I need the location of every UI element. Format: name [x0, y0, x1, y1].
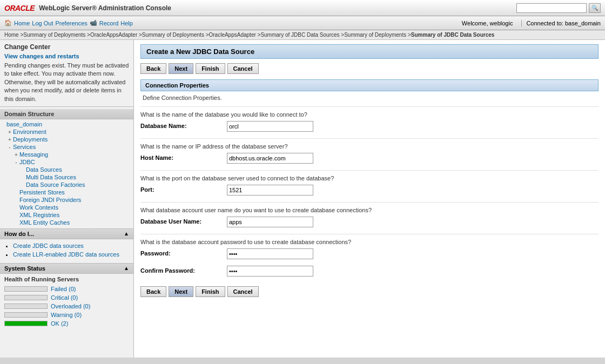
- label-db-name: Database Name:: [140, 121, 227, 129]
- status-label-warning[interactable]: Warning (0): [51, 312, 82, 318]
- status-label-ok[interactable]: OK (2): [51, 320, 68, 327]
- input-host-name[interactable]: [227, 153, 313, 164]
- tree-item-xml-registries[interactable]: XML Registries: [0, 211, 133, 219]
- change-center: Change Center View changes and restarts …: [0, 40, 133, 107]
- connected-text: Connected to: base_domain: [521, 20, 601, 26]
- form-row-db-user: Database User Name:: [140, 217, 599, 232]
- form-row-confirm-password: Confirm Password:: [140, 266, 599, 281]
- question-db-user: What database account user name do you w…: [140, 202, 599, 213]
- tree-item-data-source-factories[interactable]: Data Source Factories: [0, 181, 133, 188]
- tree-item-persistent-stores[interactable]: Persistent Stores: [0, 188, 133, 196]
- nav-logout[interactable]: Log Out: [32, 20, 53, 26]
- section-header: Connection Properties: [140, 79, 599, 91]
- status-row-critical: Critical (0): [0, 293, 133, 302]
- question-db-name: What is the name of the database you wou…: [140, 106, 599, 118]
- finish-button-bottom[interactable]: Finish: [196, 286, 225, 297]
- oracle-text: ORACLE: [4, 4, 35, 12]
- form-row-port: Port:: [140, 185, 599, 200]
- home-icon: 🏠: [4, 19, 12, 26]
- tree-item-work-contexts[interactable]: Work Contexts: [0, 204, 133, 211]
- how-do-i-item-1[interactable]: Create JDBC data sources: [13, 242, 129, 249]
- input-db-name[interactable]: [227, 121, 313, 132]
- status-row-overloaded: Overloaded (0): [0, 302, 133, 311]
- system-status-collapse[interactable]: ▲: [124, 265, 129, 271]
- nav-help[interactable]: Help: [120, 20, 133, 26]
- tree-item-jdbc[interactable]: -JDBC: [0, 158, 133, 166]
- label-db-user: Database User Name:: [140, 217, 227, 225]
- question-password: What is the database account password to…: [140, 234, 599, 245]
- breadcrumb: Home >Summary of Deployments >OracleApps…: [0, 30, 605, 40]
- tree-item-messaging[interactable]: +Messaging: [0, 151, 133, 158]
- topbar: ORACLE WebLogic Server® Administration C…: [0, 0, 605, 16]
- how-do-i-collapse[interactable]: ▲: [124, 231, 129, 237]
- system-status-panel: System Status ▲ Health of Running Server…: [0, 264, 133, 358]
- nav-record[interactable]: Record: [99, 20, 118, 26]
- status-label-overloaded[interactable]: Overloaded (0): [51, 303, 90, 309]
- back-button-bottom[interactable]: Back: [140, 286, 166, 297]
- form-row-db-name: Database Name:: [140, 121, 599, 136]
- record-icon: 📹: [90, 19, 97, 26]
- search-input[interactable]: [516, 3, 587, 13]
- status-label-critical[interactable]: Critical (0): [51, 294, 78, 301]
- input-confirm-password[interactable]: [227, 266, 313, 277]
- sidebar-item-services[interactable]: -Services: [0, 143, 133, 151]
- question-port: What is the port on the database server …: [140, 170, 599, 181]
- form-row-password: Password:: [140, 248, 599, 264]
- how-do-i-content: Create JDBC data sources Create LLR-enab…: [0, 239, 133, 263]
- how-do-i-panel: How do I... ▲ Create JDBC data sources C…: [0, 229, 133, 264]
- search-button[interactable]: 🔍: [589, 3, 601, 13]
- how-do-i-header: How do I... ▲: [0, 229, 133, 239]
- cancel-button-top[interactable]: Cancel: [227, 63, 259, 74]
- status-bar-overloaded: [4, 304, 48, 309]
- page-title: Create a New JDBC Data Source: [140, 44, 599, 59]
- status-bar-critical: [4, 295, 48, 300]
- input-db-user[interactable]: [227, 217, 313, 227]
- label-port: Port:: [140, 185, 227, 193]
- cancel-button-bottom[interactable]: Cancel: [227, 286, 259, 297]
- domain-tree: base_domain +Environment +Deployments -S…: [0, 120, 133, 226]
- tree-item-multi-data-sources[interactable]: Multi Data Sources: [0, 173, 133, 181]
- status-bar-warning: [4, 312, 48, 318]
- pending-changes-text: Pending changes exist. They must be acti…: [4, 62, 129, 103]
- nav-home[interactable]: Home: [14, 20, 30, 26]
- view-changes-link[interactable]: View changes and restarts: [4, 53, 79, 59]
- input-password[interactable]: [227, 248, 313, 259]
- tree-item-xml-entity-caches[interactable]: XML Entity Caches: [0, 219, 133, 226]
- oracle-logo: ORACLE: [4, 4, 35, 12]
- status-bar-failed: [4, 286, 48, 292]
- domain-structure-panel: Domain Structure base_domain +Environmen…: [0, 107, 133, 229]
- navbar: 🏠 Home Log Out Preferences 📹 Record Help…: [0, 16, 605, 30]
- tree-item-deployments[interactable]: +Deployments: [0, 136, 133, 143]
- status-row-warning: Warning (0): [0, 311, 133, 319]
- input-port[interactable]: [227, 185, 313, 196]
- nav-preferences[interactable]: Preferences: [55, 20, 87, 26]
- section-desc: Define Connection Properties.: [140, 95, 599, 101]
- tree-item-foreign-jndi[interactable]: Foreign JNDI Providers: [0, 196, 133, 204]
- next-button-bottom[interactable]: Next: [169, 286, 193, 297]
- finish-button-top[interactable]: Finish: [196, 63, 225, 74]
- system-status-header: System Status ▲: [0, 264, 133, 274]
- tree-item-data-sources[interactable]: Data Sources: [0, 166, 133, 173]
- next-button-top[interactable]: Next: [169, 63, 193, 74]
- label-confirm-password: Confirm Password:: [140, 266, 227, 274]
- tree-item-environment[interactable]: +Environment: [0, 128, 133, 136]
- button-group-top: Back Next Finish Cancel: [140, 63, 599, 74]
- welcome-text: Welcome, weblogic: [462, 20, 513, 26]
- health-header: Health of Running Servers: [0, 274, 133, 285]
- label-password: Password:: [140, 248, 227, 257]
- label-host-name: Host Name:: [140, 153, 227, 161]
- search-box: 🔍: [516, 3, 601, 13]
- status-row-ok: OK (2): [0, 319, 133, 328]
- status-label-failed[interactable]: Failed (0): [51, 286, 76, 292]
- tree-item-base-domain[interactable]: base_domain: [0, 120, 133, 128]
- how-do-i-item-2[interactable]: Create LLR-enabled JDBC data sources: [13, 251, 129, 258]
- domain-structure-title: Domain Structure: [0, 109, 133, 119]
- status-row-failed: Failed (0): [0, 285, 133, 293]
- form-row-host-name: Host Name:: [140, 153, 599, 168]
- question-host-name: What is the name or IP address of the da…: [140, 138, 599, 150]
- button-group-bottom: Back Next Finish Cancel: [140, 286, 599, 297]
- back-button-top[interactable]: Back: [140, 63, 166, 74]
- sidebar: Change Center View changes and restarts …: [0, 40, 134, 358]
- change-center-title: Change Center: [4, 43, 129, 51]
- content-area: Create a New JDBC Data Source Back Next …: [134, 40, 605, 358]
